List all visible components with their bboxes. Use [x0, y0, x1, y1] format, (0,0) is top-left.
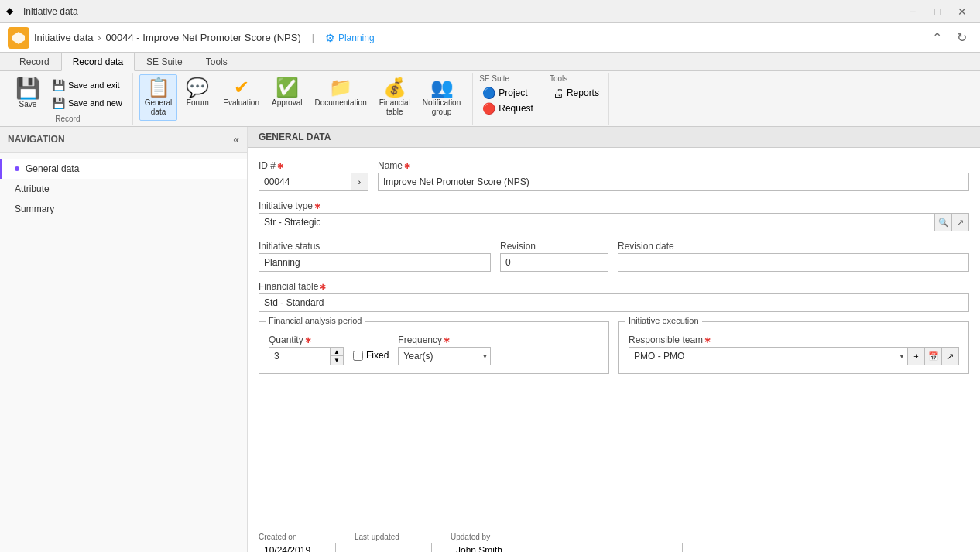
name-group: Name ✱: [378, 160, 969, 191]
breadcrumb-pipe: |: [312, 33, 314, 43]
minimize-button[interactable]: −: [901, 3, 924, 20]
approval-button[interactable]: ✅ Approval: [266, 74, 307, 111]
save-and-new-button[interactable]: 💾 Save and new: [48, 94, 126, 111]
project-button[interactable]: 🔵 Project: [479, 86, 536, 100]
quantity-down-button[interactable]: ▼: [331, 356, 343, 365]
quantity-up-button[interactable]: ▲: [331, 348, 343, 356]
revision-input[interactable]: [500, 253, 608, 272]
id-field-wrap: ›: [259, 173, 368, 191]
frequency-select[interactable]: Day(s) Month(s) Year(s): [398, 347, 491, 365]
nav-up-button[interactable]: ⌃: [926, 29, 947, 47]
reports-icon: 🖨: [553, 87, 564, 99]
fixed-checkbox[interactable]: [353, 351, 363, 361]
tab-record[interactable]: Record: [8, 53, 61, 71]
tools-label: Tools: [550, 74, 602, 84]
forum-button[interactable]: 💬 Forum: [179, 74, 216, 111]
frequency-label: Frequency ✱: [398, 334, 491, 345]
financial-table-button[interactable]: 💰 Financialtable: [374, 74, 416, 121]
forum-icon: 💬: [186, 78, 209, 97]
save-options: 💾 Save and exit 💾 Save and new: [48, 74, 126, 113]
general-data-button[interactable]: 📋 Generaldata: [139, 74, 178, 121]
initiative-status-group: Initiative status: [259, 241, 491, 272]
ribbon-group-tools: Tools 🖨 Reports: [543, 73, 609, 125]
initiative-type-field-wrap: 🔍 ↗: [259, 213, 969, 231]
nav-refresh-button[interactable]: ↻: [951, 29, 972, 47]
initiative-execution-section: Initiative execution Responsible team ✱ …: [618, 321, 969, 374]
notification-group-label: Notificationgroup: [423, 98, 461, 117]
title-bar: ◆ Initiative data − □ ✕: [0, 0, 980, 23]
initiative-type-row: Initiative type ✱ 🔍 ↗: [259, 201, 969, 231]
breadcrumb-record: 00044 - Improve Net Promoter Score (NPS): [106, 32, 301, 43]
project-label: Project: [499, 87, 527, 98]
responsible-team-add-button[interactable]: +: [908, 347, 925, 365]
id-input[interactable]: [259, 173, 351, 191]
app-logo: [8, 27, 29, 49]
request-label: Request: [499, 103, 533, 114]
id-arrow-button[interactable]: ›: [351, 173, 368, 191]
id-name-row: ID # ✱ › Name ✱: [259, 160, 969, 191]
general-data-icon: 📋: [147, 78, 170, 97]
content-header: General Data: [248, 127, 980, 148]
responsible-team-calendar-button[interactable]: 📅: [925, 347, 942, 365]
ribbon-content: 💾 Save 💾 Save and exit 💾 Save and new Re…: [0, 71, 980, 126]
updated-by-label: Updated by: [451, 533, 683, 541]
responsible-team-select[interactable]: PMO - PMO: [629, 347, 908, 365]
forum-label: Forum: [187, 98, 209, 108]
save-new-label: Save and new: [68, 98, 122, 108]
initiative-type-search-button[interactable]: 🔍: [935, 213, 952, 231]
record-group-items: 💾 Save 💾 Save and exit 💾 Save and new: [9, 74, 126, 113]
request-button[interactable]: 🔴 Request: [479, 101, 536, 115]
financial-table-required-star: ✱: [320, 283, 326, 291]
sidebar-item-general-data[interactable]: General data: [0, 159, 247, 179]
record-group-label: Record: [55, 115, 80, 123]
save-new-icon: 💾: [52, 97, 65, 109]
responsible-team-link-button[interactable]: ↗: [942, 347, 959, 365]
breadcrumb-status: ⚙ Planning: [325, 32, 375, 44]
initiative-type-link-button[interactable]: ↗: [952, 213, 969, 231]
se-suite-items: 🔵 Project 🔴 Request: [479, 86, 536, 115]
maximize-button[interactable]: □: [926, 3, 949, 20]
window-controls: − □ ✕: [901, 3, 974, 20]
frequency-select-wrap: Day(s) Month(s) Year(s) ▼: [398, 347, 491, 365]
last-updated-label: Last updated: [355, 533, 432, 541]
sections-row: Financial analysis period Quantity ✱ ▲: [259, 321, 969, 383]
tab-record-data[interactable]: Record data: [61, 53, 135, 71]
breadcrumb-app[interactable]: Initiative data: [34, 32, 94, 43]
initiative-status-input[interactable]: [259, 253, 491, 272]
breadcrumb-separator-icon: ›: [98, 33, 101, 43]
evaluation-button[interactable]: ✔ Evaluation: [218, 74, 265, 111]
revision-date-input[interactable]: [618, 253, 969, 272]
sidebar-item-attribute[interactable]: Attribute: [0, 179, 247, 199]
reports-button[interactable]: 🖨 Reports: [550, 86, 602, 100]
save-button[interactable]: 💾 Save: [9, 74, 46, 113]
notification-group-button[interactable]: 👥 Notificationgroup: [417, 74, 466, 121]
tab-se-suite[interactable]: SE Suite: [135, 53, 194, 71]
approval-label: Approval: [272, 98, 302, 108]
sidebar-collapse-button[interactable]: «: [233, 133, 239, 146]
initiative-type-input[interactable]: [259, 213, 935, 231]
save-and-exit-button[interactable]: 💾 Save and exit: [48, 77, 126, 94]
financial-table-input[interactable]: [259, 293, 969, 312]
sidebar-item-summary[interactable]: Summary: [0, 199, 247, 219]
evaluation-icon: ✔: [234, 78, 249, 97]
general-data-items: 📋 Generaldata 💬 Forum ✔ Evaluation ✅ App…: [139, 74, 467, 123]
documentation-button[interactable]: 📁 Documentation: [309, 74, 372, 111]
main-layout: Navigation « General data Attribute Summ…: [0, 127, 980, 552]
project-icon: 🔵: [482, 87, 495, 99]
id-label: ID # ✱: [259, 160, 368, 171]
navigation-label: Navigation: [8, 134, 65, 145]
save-exit-label: Save and exit: [68, 81, 120, 90]
tab-tools[interactable]: Tools: [194, 53, 239, 71]
reports-label: Reports: [567, 87, 599, 98]
financial-table-row: Financial table ✱: [259, 281, 969, 312]
close-button[interactable]: ✕: [951, 3, 974, 20]
save-exit-icon: 💾: [52, 79, 65, 91]
documentation-label: Documentation: [314, 98, 366, 108]
financial-table-group: Financial table ✱: [259, 281, 969, 312]
general-data-label: Generaldata: [145, 98, 173, 117]
quantity-input[interactable]: [269, 347, 331, 365]
name-input[interactable]: [378, 173, 969, 191]
financial-table-label: Financialtable: [379, 98, 410, 117]
id-group: ID # ✱ ›: [259, 160, 368, 191]
revision-label: Revision: [500, 241, 608, 252]
